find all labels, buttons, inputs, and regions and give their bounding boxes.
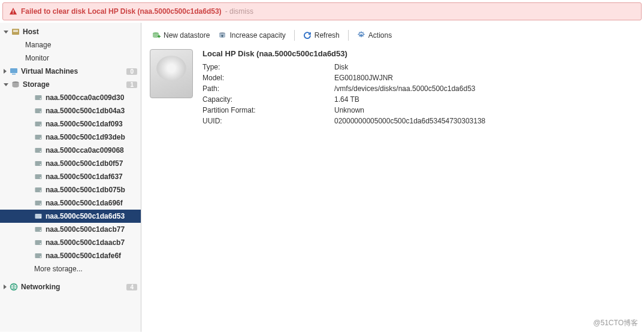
property-value: 02000000005000c500c1da6d53454730303138 (334, 117, 485, 125)
datastore-add-icon (152, 31, 161, 40)
disk-icon (34, 107, 43, 115)
disk-icon (34, 146, 43, 155)
tree-storage-item[interactable]: naa.5000c500c1dafe6f (0, 249, 141, 262)
tree-label: Host (23, 28, 137, 36)
tree-networking[interactable]: Networking 4 (0, 280, 141, 293)
vm-icon (10, 67, 18, 75)
svg-point-17 (40, 151, 41, 152)
tree-label: naa.5000cca0ac009068 (46, 146, 137, 155)
tree-storage-item[interactable]: naa.5000c500c1da696f (0, 196, 141, 210)
disk-icon (34, 225, 43, 234)
button-label: New datastore (164, 31, 210, 40)
tree-storage-item[interactable]: naa.5000c500c1dacb77 (0, 223, 141, 236)
tree-storage-item[interactable]: naa.5000c500c1daf093 (0, 117, 141, 131)
tree-storage-item[interactable]: naa.5000c500c1da6d53 (0, 210, 141, 223)
disk-icon (34, 93, 43, 102)
tree-label: Networking (21, 283, 123, 291)
svg-rect-4 (13, 31, 18, 32)
toolbar-separator (294, 30, 295, 41)
toolbar-separator (348, 30, 349, 41)
tree-label: naa.5000c500c1daf093 (46, 120, 137, 128)
actions-button[interactable]: Actions (355, 30, 394, 41)
svg-point-25 (40, 204, 41, 205)
tree-host-monitor[interactable]: Monitor (0, 52, 141, 65)
button-label: Refresh (315, 31, 340, 40)
disk-icon (34, 252, 43, 260)
property-row: Type:Disk (202, 62, 485, 72)
new-datastore-button[interactable]: New datastore (150, 30, 212, 41)
navigator-sidebar: Host Manage Monitor Virtual Machines 0 S… (0, 23, 141, 332)
tree-label: Monitor (25, 54, 137, 62)
tree-storage-item[interactable]: naa.5000c500c1db075b (0, 183, 141, 196)
property-key: Partition Format: (202, 106, 334, 114)
tree-storage-item[interactable]: naa.5000c500c1d93deb (0, 131, 141, 144)
property-value: Unknown (334, 106, 364, 114)
svg-rect-1 (13, 13, 13, 14)
svg-point-23 (40, 190, 41, 192)
svg-point-29 (40, 230, 41, 231)
svg-rect-0 (13, 10, 13, 12)
content-panel: New datastore Increase capacity Refresh (141, 23, 644, 332)
tree-storage-item[interactable]: naa.5000c500c1daf637 (0, 170, 141, 183)
disk-icon (34, 212, 43, 220)
disk-image-icon (150, 49, 193, 98)
property-row: Partition Format:Unknown (202, 105, 485, 116)
button-label: Actions (368, 31, 392, 40)
caret-down-icon (4, 31, 8, 34)
tree-label: naa.5000c500c1db075b (46, 186, 137, 194)
disk-icon (34, 172, 43, 181)
tree-storage-item[interactable]: naa.5000c500c1daacb7 (0, 236, 141, 249)
property-rows: Type:DiskModel:EG001800JWJNRPath:/vmfs/d… (202, 62, 485, 126)
tree-storage-item[interactable]: naa.5000c500c1db0f57 (0, 157, 141, 170)
property-key: UUID: (202, 117, 334, 125)
button-label: Increase capacity (229, 31, 285, 40)
tree-label: naa.5000c500c1db0f57 (46, 159, 137, 168)
svg-rect-6 (12, 74, 16, 75)
tree-host-manage[interactable]: Manage (0, 38, 141, 52)
tree-label: naa.5000c500c1d93deb (46, 133, 137, 141)
svg-point-19 (40, 164, 41, 165)
svg-rect-37 (159, 35, 160, 38)
watermark: @51CTO博客 (593, 318, 638, 328)
refresh-icon (303, 31, 312, 40)
tree-storage-item[interactable]: naa.5000cca0ac009d30 (0, 91, 141, 104)
storage-icon (11, 80, 20, 89)
tree-label: naa.5000c500c1da6d53 (46, 212, 137, 220)
main-layout: Host Manage Monitor Virtual Machines 0 S… (0, 23, 644, 332)
tree-storage-item[interactable]: naa.5000cca0ac009068 (0, 144, 141, 157)
tree-label: naa.5000c500c1da696f (46, 199, 137, 207)
tree-host[interactable]: Host (0, 25, 141, 38)
disk-icon (34, 120, 43, 128)
gear-icon (357, 31, 365, 40)
tree-label: Storage (23, 80, 123, 89)
svg-point-13 (40, 125, 41, 126)
tree-storage-item[interactable]: naa.5000c500c1db04a3 (0, 104, 141, 117)
disk-title: Local HP Disk (naa.5000c500c1da6d53) (202, 49, 485, 58)
alert-message: Failed to clear disk Local HP Disk (naa.… (21, 7, 222, 16)
refresh-button[interactable]: Refresh (301, 30, 342, 41)
disk-icon (34, 238, 43, 247)
host-icon (11, 28, 20, 36)
svg-rect-3 (13, 30, 18, 31)
property-key: Model: (202, 74, 334, 82)
property-key: Capacity: (202, 95, 334, 104)
property-value: /vmfs/devices/disks/naa.5000c500c1da6d53 (334, 84, 475, 93)
caret-down-icon (4, 83, 8, 86)
increase-capacity-button[interactable]: Increase capacity (216, 30, 288, 41)
tree-storage[interactable]: Storage 1 (0, 78, 141, 91)
svg-point-11 (40, 111, 41, 113)
property-value: Disk (334, 63, 348, 71)
error-alert-bar: Failed to clear disk Local HP Disk (naa.… (2, 2, 642, 20)
tree-virtual-machines[interactable]: Virtual Machines 0 (0, 65, 141, 78)
content-toolbar: New datastore Increase capacity Refresh (150, 30, 636, 49)
tree-label: naa.5000cca0ac009d30 (46, 93, 137, 102)
svg-point-15 (40, 138, 41, 139)
tree-label: More storage... (34, 265, 137, 273)
storage-children-container: naa.5000cca0ac009d30naa.5000c500c1db04a3… (0, 91, 141, 262)
alert-dismiss-link[interactable]: - dismiss (225, 7, 253, 16)
capacity-icon (218, 31, 226, 40)
tree-label: Manage (25, 41, 137, 49)
caret-right-icon (4, 69, 7, 74)
tree-label: naa.5000c500c1daf637 (46, 172, 137, 181)
tree-more-storage[interactable]: More storage... (0, 262, 141, 276)
